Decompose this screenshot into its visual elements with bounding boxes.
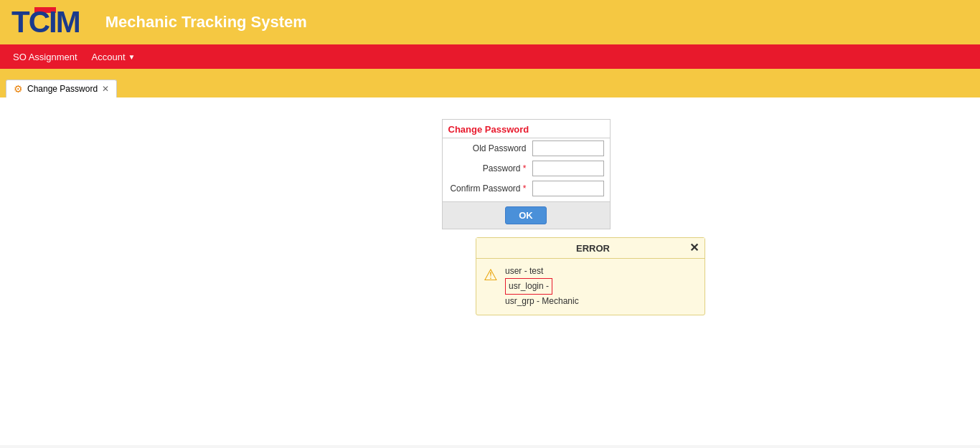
nav-account[interactable]: Account ▼ [85,46,143,68]
app-title: Mechanic Tracking System [105,13,307,32]
error-dialog: ERROR ✕ ⚠ user - test usr_login - usr_gr… [476,237,705,315]
chevron-down-icon: ▼ [128,53,136,61]
logo: TCIM [11,7,80,37]
tab-change-password[interactable]: ⚙ Change Password ✕ [6,80,117,97]
form-buttons: OK [443,201,610,229]
error-title: ERROR [496,243,689,254]
error-line-user: user - test [505,264,579,278]
main-content: Change Password Old Password Password * … [0,97,980,445]
nav-so-assignment[interactable]: SO Assignment [6,46,85,68]
header: TCIM Mechanic Tracking System [0,0,980,44]
error-header: ERROR ✕ [476,238,705,259]
confirm-password-row: Confirm Password * [443,178,610,199]
form-title: Change Password [443,120,610,138]
nav-so-assignment-label: SO Assignment [13,52,77,62]
logo-text: TCIM [11,5,80,39]
old-password-input[interactable] [532,140,604,156]
ok-button[interactable]: OK [505,206,547,224]
password-row: Password * [443,158,610,178]
nav-account-label: Account [92,52,126,62]
error-highlight-text: usr_login - [505,278,552,295]
old-password-label: Old Password [448,143,532,153]
tabbar: ⚙ Change Password ✕ [0,69,980,97]
confirm-password-input[interactable] [532,181,604,196]
error-body: ⚠ user - test usr_login - usr_grp - Mech… [476,259,705,315]
tab-change-password-label: Change Password [27,84,98,94]
password-input[interactable] [532,161,604,176]
error-line-usr-grp: usr_grp - Mechanic [505,295,579,308]
confirm-password-label: Confirm Password * [448,184,532,194]
sliders-icon: ⚙ [14,83,23,95]
tab-close-icon[interactable]: ✕ [102,84,109,94]
warning-icon: ⚠ [484,266,498,285]
change-password-form: Change Password Old Password Password * … [442,119,611,229]
navbar: SO Assignment Account ▼ [0,44,980,69]
error-content: user - test usr_login - usr_grp - Mechan… [505,264,579,309]
error-close-button[interactable]: ✕ [689,242,699,254]
old-password-row: Old Password [443,138,610,158]
password-label: Password * [448,163,532,173]
error-line-usr-login: usr_login - [505,278,579,295]
